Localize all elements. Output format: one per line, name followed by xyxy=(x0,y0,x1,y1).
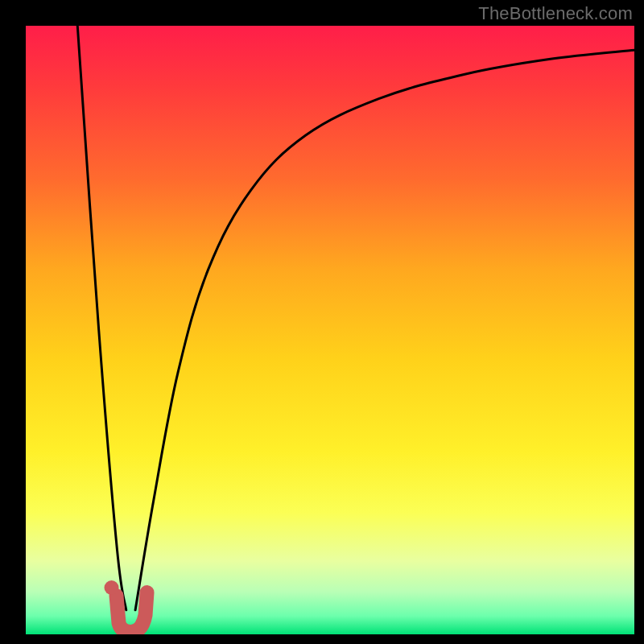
chart-svg xyxy=(26,26,634,634)
chart-frame: TheBottleneck.com xyxy=(0,0,644,644)
plot-area xyxy=(26,26,634,634)
watermark-text: TheBottleneck.com xyxy=(478,3,633,24)
min-marker-dot xyxy=(105,580,119,595)
